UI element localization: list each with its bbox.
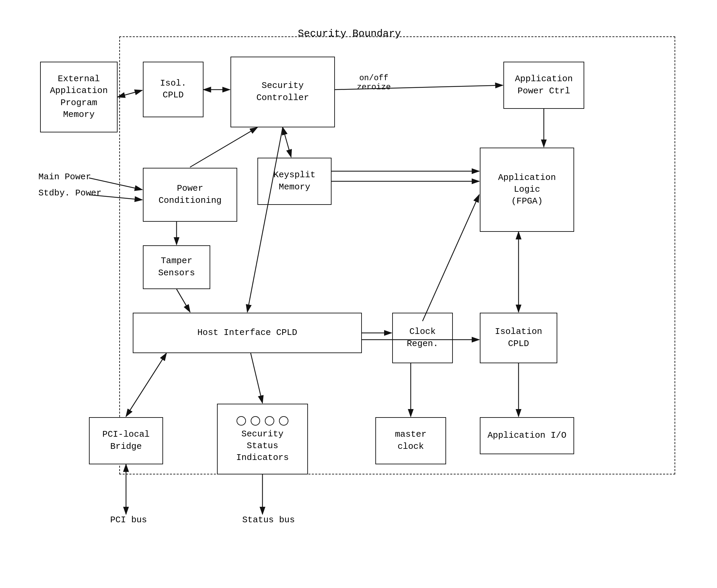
pci-bus-label: PCI bus: [110, 515, 147, 525]
power-conditioning-label: Power Conditioning: [159, 183, 222, 206]
app-power-ctrl-box: Application Power Ctrl: [503, 62, 584, 109]
led-4: [279, 416, 289, 425]
master-clock-box: master clock: [375, 417, 446, 464]
pci-local-bridge-label: PCI-local Bridge: [102, 428, 150, 452]
host-interface-cpld-box: Host Interface CPLD: [133, 313, 362, 353]
on-off-zeroize-label: on/off zeroize: [357, 74, 391, 92]
host-interface-cpld-label: Host Interface CPLD: [197, 327, 297, 339]
main-power-label: Main Power: [38, 172, 91, 182]
tamper-sensors-label: Tamper Sensors: [158, 255, 195, 279]
isolation-cpld-label: Isolation CPLD: [495, 326, 542, 350]
led-3: [265, 416, 274, 425]
security-boundary-label: Security Boundary: [298, 28, 401, 39]
application-logic-box: Application Logic (FPGA): [480, 148, 574, 232]
status-bus-label: Status bus: [242, 515, 295, 525]
diagram-container: Security Boundary External Application P…: [22, 16, 695, 572]
clock-regen-box: Clock Regen.: [392, 313, 453, 363]
keysplit-memory-box: Keysplit Memory: [257, 158, 332, 205]
pci-local-bridge-box: PCI-local Bridge: [89, 417, 163, 464]
security-controller-box: Security Controller: [230, 57, 335, 127]
application-io-label: Application I/O: [488, 429, 566, 441]
isolation-cpld-box: Isolation CPLD: [480, 313, 557, 363]
tamper-sensors-box: Tamper Sensors: [143, 245, 210, 289]
led-1: [236, 416, 246, 425]
clock-regen-label: Clock Regen.: [407, 326, 438, 350]
master-clock-label: master clock: [395, 428, 426, 452]
stdby-power-label: Stdby. Power: [38, 188, 101, 198]
security-status-box: Security Status Indicators: [217, 404, 308, 475]
isol-cpld-box: Isol. CPLD: [143, 62, 204, 117]
security-controller-label: Security Controller: [256, 80, 309, 103]
power-conditioning-box: Power Conditioning: [143, 168, 237, 222]
isol-cpld-label: Isol. CPLD: [160, 78, 186, 101]
application-io-box: Application I/O: [480, 417, 574, 454]
led-2: [251, 416, 260, 425]
ext-app-mem-label: External Application Program Memory: [50, 73, 108, 120]
keysplit-memory-label: Keysplit Memory: [274, 169, 316, 193]
application-logic-label: Application Logic (FPGA): [498, 172, 556, 207]
ext-app-mem-box: External Application Program Memory: [40, 62, 118, 132]
security-status-label: Security Status Indicators: [236, 428, 289, 464]
app-power-ctrl-label: Application Power Ctrl: [515, 73, 573, 97]
